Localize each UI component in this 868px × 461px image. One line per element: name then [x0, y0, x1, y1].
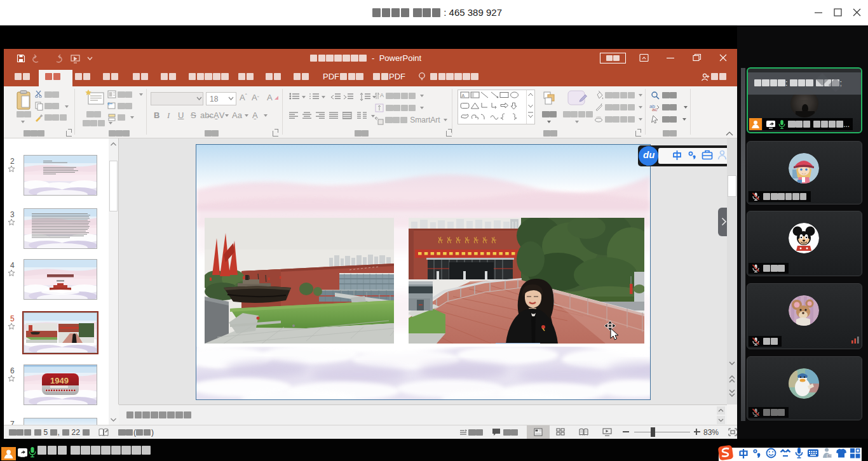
svg-text:A: A [380, 92, 384, 98]
svg-text:31: 31 [827, 454, 831, 458]
svg-text:ac: ac [652, 107, 657, 112]
svg-text:A: A [462, 93, 465, 98]
svg-text:1949: 1949 [50, 376, 69, 385]
